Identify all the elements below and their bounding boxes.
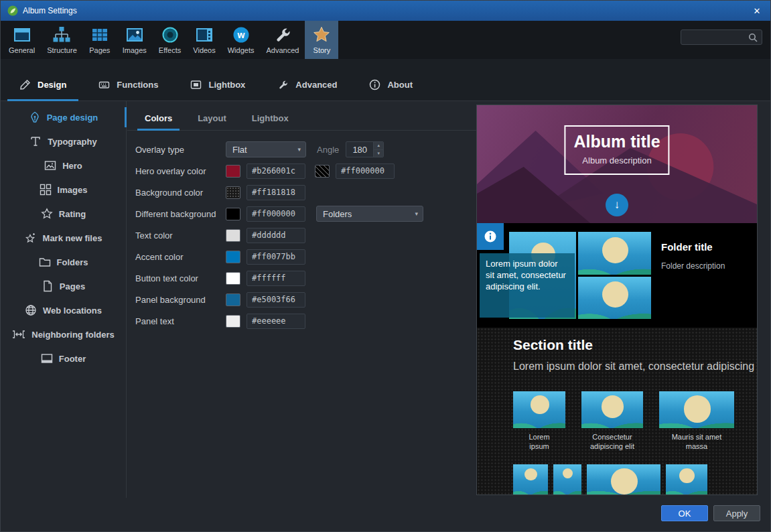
thumbnail-image[interactable] (587, 464, 660, 494)
titlebar[interactable]: Album Settings ✕ (1, 1, 770, 21)
toolbar-item-widgets[interactable]: w Widgets (222, 21, 261, 59)
sidebar-item-footer[interactable]: Footer (1, 346, 126, 371)
hero-overlay-color-swatch[interactable] (226, 165, 240, 178)
toolbar-item-advanced[interactable]: Advanced (260, 21, 305, 59)
angle-input[interactable] (346, 142, 373, 157)
images-grid-icon (40, 184, 52, 196)
toolbar-item-videos[interactable]: Videos (187, 21, 221, 59)
toolbar-item-general[interactable]: General (3, 21, 41, 59)
tab-lightbox-sub[interactable]: Lightbox (242, 111, 298, 130)
thumbnail-image[interactable] (553, 464, 581, 494)
search-box[interactable] (681, 29, 762, 45)
hero-overlay-hex2-input[interactable] (336, 163, 395, 179)
thumbnail-image[interactable] (513, 464, 548, 494)
toolbar-item-effects[interactable]: Effects (153, 21, 187, 59)
album-title: Album title (573, 132, 660, 151)
background-color-swatch[interactable] (226, 186, 240, 199)
background-hex-input[interactable] (247, 185, 305, 200)
tab-layout[interactable]: Layout (188, 111, 236, 130)
thumbnail-item[interactable]: Consectetur adipiscing elit (581, 391, 643, 452)
scroll-down-button[interactable]: ↓ (606, 194, 628, 216)
thumbnail-caption: Mauris sit amet massa (663, 433, 730, 452)
text-color-hex-input[interactable] (247, 228, 305, 243)
sidebar-item-typography[interactable]: Typography (1, 129, 126, 153)
sidebar-item-pages[interactable]: Pages (1, 274, 126, 298)
tab-lightbox[interactable]: Lightbox (178, 68, 257, 101)
tab-colors[interactable]: Colors (135, 111, 182, 130)
text-color-swatch[interactable] (226, 229, 240, 242)
thumbnail-item[interactable]: Mauris sit amet massa (659, 391, 734, 452)
tree-icon (52, 25, 71, 44)
panel-text-swatch[interactable] (226, 315, 240, 328)
lens-icon (161, 25, 180, 44)
sidebar-item-neighboring-folders[interactable]: Neighboring folders (1, 322, 126, 346)
thumbnail-image[interactable] (666, 464, 707, 494)
thumbnail-image[interactable] (659, 391, 734, 428)
sidebar-item-folders[interactable]: Folders (1, 250, 126, 274)
tab-label: Design (38, 80, 66, 90)
overlay-type-select[interactable]: Flat ▾ (226, 141, 306, 157)
preview-section: Section title Lorem ipsum dolor sit amet… (477, 328, 757, 494)
hero-overlay-color2-swatch[interactable] (315, 165, 330, 178)
wrench-icon (273, 25, 292, 44)
toolbar-item-label: General (9, 46, 35, 54)
panel-background-swatch[interactable] (226, 293, 240, 306)
thumbnail-item[interactable]: Lorem ipsum (513, 391, 565, 452)
folder-thumbnail-image[interactable] (578, 232, 651, 275)
apply-button[interactable]: Apply (713, 505, 760, 521)
tab-label: About (387, 80, 413, 90)
sidebar-item-label: Rating (59, 209, 86, 219)
different-background-select[interactable]: Folders ▾ (316, 206, 423, 222)
folder-icon (39, 256, 51, 268)
panel-text-hex-input[interactable] (247, 314, 305, 329)
spinner[interactable]: ▲ ▼ (373, 142, 383, 157)
sidebar-item-web-locations[interactable]: Web locations (1, 298, 126, 322)
sidebar-item-hero[interactable]: Hero (1, 153, 126, 178)
chevron-down-icon: ▾ (297, 146, 301, 153)
toolbar-item-images[interactable]: Images (117, 21, 153, 59)
hero-overlay-hex-input[interactable] (247, 163, 305, 179)
sidebar: Page design Typography Hero Images Ratin… (1, 101, 127, 498)
thumbnail-caption: Lorem ipsum (524, 433, 554, 452)
search-input[interactable] (681, 33, 748, 42)
thumbnail-row: Lorem ipsum Consectetur adipiscing elit … (513, 391, 745, 452)
tab-functions[interactable]: Functions (86, 68, 170, 101)
folder-thumbnail-image[interactable] (578, 277, 651, 320)
spin-down-icon[interactable]: ▼ (374, 150, 383, 157)
toolbar-item-structure[interactable]: Structure (41, 21, 83, 59)
close-button[interactable]: ✕ (744, 1, 770, 21)
spin-up-icon[interactable]: ▲ (374, 142, 383, 150)
sidebar-item-rating[interactable]: Rating (1, 202, 126, 226)
tab-design[interactable]: Design (7, 68, 78, 101)
info-button[interactable] (477, 223, 504, 250)
sidebar-item-images[interactable]: Images (1, 178, 126, 202)
toolbar-item-pages[interactable]: Pages (83, 21, 117, 59)
hero-image-icon (44, 159, 56, 172)
page-icon (42, 280, 54, 292)
tab-advanced[interactable]: Advanced (265, 68, 349, 101)
chevron-down-icon: ▾ (415, 210, 418, 217)
select-value: Flat (232, 145, 247, 155)
sidebar-item-mark-new-files[interactable]: Mark new files (1, 226, 126, 250)
ok-button[interactable]: OK (661, 505, 708, 521)
angle-stepper[interactable]: ▲ ▼ (346, 141, 384, 157)
tab-about[interactable]: About (357, 68, 425, 101)
button-text-color-swatch[interactable] (226, 272, 240, 285)
sidebar-item-page-design[interactable]: Page design (1, 105, 126, 129)
different-background-hex-input[interactable] (247, 206, 305, 222)
accent-color-swatch[interactable] (226, 251, 240, 263)
sidebar-item-label: Mark new files (43, 233, 102, 243)
accent-color-hex-input[interactable] (247, 249, 305, 265)
panel-background-hex-input[interactable] (247, 292, 305, 308)
toolbar-item-story[interactable]: Story (305, 21, 338, 59)
sidebar-item-label: Pages (60, 281, 85, 291)
thumbnail-image[interactable] (581, 391, 643, 428)
different-background-swatch[interactable] (226, 208, 240, 220)
thumbnail-image[interactable] (513, 391, 565, 428)
info-circle-icon (484, 230, 497, 243)
tab-label: Advanced (295, 80, 337, 90)
tab-label: Functions (117, 80, 158, 90)
content-area: Page design Typography Hero Images Ratin… (1, 101, 770, 498)
button-text-color-hex-input[interactable] (247, 271, 305, 286)
preview-hero: Album title Album description ↓ (477, 105, 757, 223)
